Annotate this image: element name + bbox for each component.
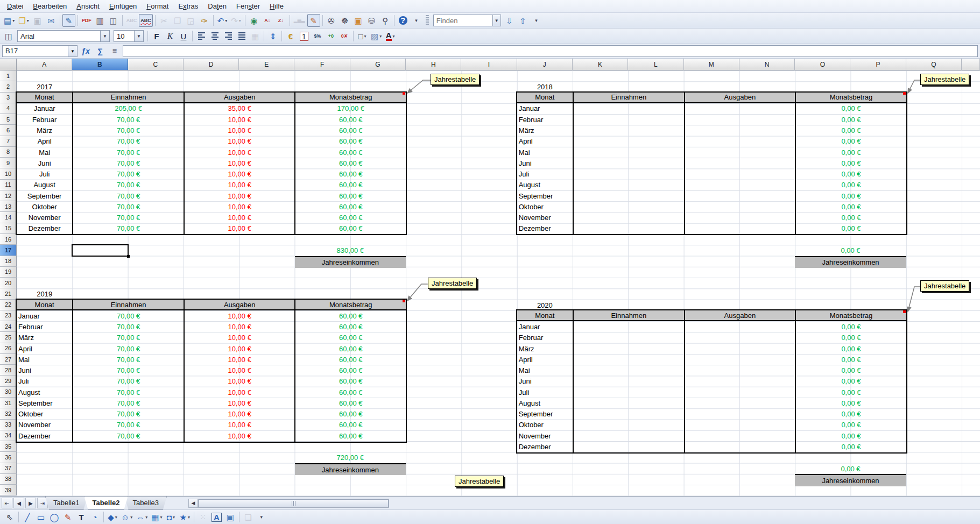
monatsbetrag-cell[interactable]: 0,00 € [796,376,906,387]
month-cell[interactable]: September [17,398,72,408]
monatsbetrag-cell[interactable]: 60,00 € [295,136,406,147]
ausgaben-cell[interactable]: 10,00 € [185,212,295,223]
month-cell[interactable]: November [517,212,573,223]
ausgaben-cell[interactable] [685,420,795,430]
einnahmen-cell[interactable] [574,441,684,452]
column-header-A[interactable]: A [17,59,72,70]
ausgaben-cell[interactable] [685,103,795,114]
monatsbetrag-cell[interactable]: 60,00 € [295,365,406,376]
column-header-E[interactable]: E [239,59,294,70]
ausgaben-cell[interactable] [685,321,795,332]
borders-icon[interactable]: □▾ [356,30,369,43]
ausgaben-cell[interactable]: 10,00 € [185,343,295,354]
monatsbetrag-cell[interactable]: 60,00 € [295,114,406,125]
ausgaben-cell[interactable]: 10,00 € [185,147,295,158]
ausgaben-cell[interactable] [685,114,795,125]
month-cell[interactable]: März [517,343,573,354]
navigator-icon[interactable]: ☸ [339,14,351,27]
einnahmen-cell[interactable]: 70,00 € [73,387,184,398]
ausgaben-cell[interactable] [685,201,795,212]
monatsbetrag-cell[interactable]: 60,00 € [295,147,406,158]
jahr-total-2019[interactable]: 720,00 € [295,452,406,464]
undo-icon[interactable]: ↶▾ [216,14,229,27]
ausgaben-cell[interactable]: 35,00 € [185,103,295,114]
monatsbetrag-cell[interactable]: 170,00 € [295,103,406,114]
month-cell[interactable]: März [17,332,72,343]
font-size-combo[interactable]: 10▼ [114,30,144,42]
row-header-37[interactable]: 37 [0,463,17,474]
ausgaben-cell[interactable] [685,125,795,136]
einnahmen-cell[interactable]: 70,00 € [73,310,184,321]
monatsbetrag-cell[interactable]: 60,00 € [295,321,406,332]
row-header-8[interactable]: 8 [0,147,17,158]
align-center-icon[interactable] [208,30,221,43]
row-header-2[interactable]: 2 [0,81,17,92]
menu-ansicht[interactable]: Ansicht [72,1,104,11]
month-cell[interactable]: Mai [17,354,72,365]
monatsbetrag-cell[interactable]: 60,00 € [295,201,406,212]
equals-icon[interactable]: = [108,45,121,57]
row-header-30[interactable]: 30 [0,387,17,398]
einnahmen-cell[interactable] [574,136,684,147]
month-cell[interactable]: Juli [17,168,72,179]
text-icon[interactable]: T [75,511,88,523]
menu-einfügen[interactable]: Einfügen [104,1,142,11]
ausgaben-cell[interactable] [685,398,795,408]
callouts-icon-dropdown[interactable]: ▾ [173,515,175,520]
new-document-icon-dropdown[interactable]: ▾ [12,18,15,23]
row-header-22[interactable]: 22 [0,300,17,310]
monatsbetrag-cell[interactable]: 60,00 € [295,343,406,354]
currency-format-icon[interactable]: € [284,30,297,43]
styles-icon[interactable]: ◫ [2,30,15,43]
einnahmen-cell[interactable] [574,114,684,125]
sort-descending-icon[interactable]: Z↓ [274,14,287,27]
einnahmen-cell[interactable]: 70,00 € [73,180,184,190]
monatsbetrag-cell[interactable]: 60,00 € [295,354,406,365]
einnahmen-cell[interactable] [574,376,684,387]
ausgaben-cell[interactable] [685,365,795,376]
month-cell[interactable]: Oktober [517,420,573,430]
monatsbetrag-cell[interactable]: 60,00 € [295,168,406,179]
column-header-D[interactable]: D [184,59,239,70]
zoom-icon[interactable]: ⚲ [379,14,392,27]
ausgaben-cell[interactable] [685,332,795,343]
row-header-33[interactable]: 33 [0,420,17,430]
monatsbetrag-cell[interactable]: 0,00 € [796,387,906,398]
monatsbetrag-cell[interactable]: 60,00 € [295,430,406,441]
row-header-26[interactable]: 26 [0,343,17,354]
einnahmen-cell[interactable] [574,212,684,223]
scrollbar-thumb[interactable] [199,499,389,507]
row-header-32[interactable]: 32 [0,408,17,419]
jahreseinkommen-label-2019[interactable]: Jahreseinkommen [295,464,406,475]
einnahmen-cell[interactable] [574,430,684,441]
einnahmen-cell[interactable]: 70,00 € [73,332,184,343]
ausgaben-cell[interactable] [685,180,795,190]
column-header-G[interactable]: G [350,59,406,70]
block-arrows-icon-dropdown[interactable]: ▾ [145,515,147,520]
menu-datei[interactable]: Datei [2,1,28,11]
find-replace-icon[interactable]: ✇ [325,14,338,27]
column-header-partial[interactable] [962,59,980,70]
callouts-icon[interactable]: ◘▾ [165,511,178,523]
align-left-icon[interactable] [195,30,208,43]
row-header-6[interactable]: 6 [0,125,17,136]
einnahmen-cell[interactable]: 70,00 € [73,354,184,365]
einnahmen-cell[interactable] [574,223,684,234]
monatsbetrag-cell[interactable]: 60,00 € [295,409,406,420]
row-header-38[interactable]: 38 [0,474,17,485]
month-cell[interactable]: Januar [517,321,573,332]
jahreseinkommen-label-2018[interactable]: Jahreseinkommen [795,257,906,268]
monatsbetrag-cell[interactable]: 0,00 € [796,168,906,179]
row-header-35[interactable]: 35 [0,441,17,452]
new-document-icon[interactable]: ▤▾ [2,14,16,27]
monatsbetrag-cell[interactable]: 0,00 € [796,409,906,420]
sheet-tab-tabelle2[interactable]: Tabelle2 [84,497,128,509]
ausgaben-cell[interactable]: 10,00 € [185,398,295,408]
monatsbetrag-cell[interactable]: 0,00 € [796,180,906,190]
menu-fenster[interactable]: Fenster [231,1,265,11]
jahreseinkommen-label-2020[interactable]: Jahreseinkommen [795,475,906,486]
einnahmen-cell[interactable]: 70,00 € [73,201,184,212]
einnahmen-cell[interactable] [574,332,684,343]
monatsbetrag-cell[interactable]: 0,00 € [796,136,906,147]
horizontal-scrollbar[interactable]: ◀ [188,497,389,509]
